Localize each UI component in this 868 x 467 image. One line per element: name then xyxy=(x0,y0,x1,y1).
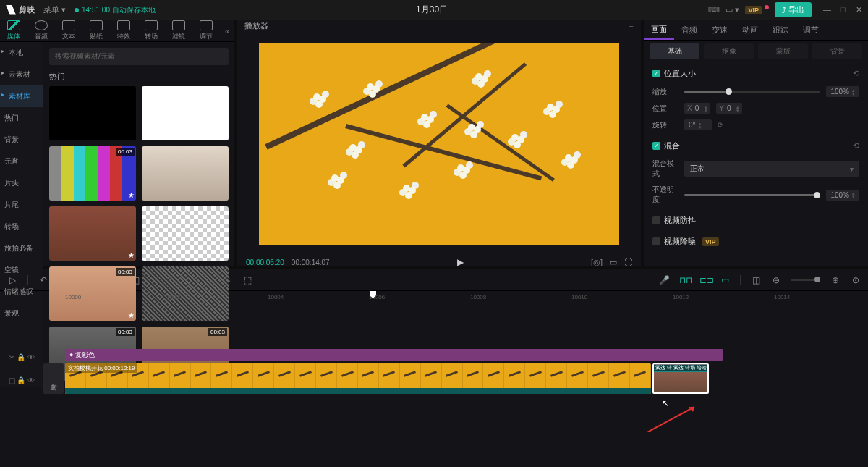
media-item[interactable] xyxy=(142,86,229,140)
opacity-slider[interactable] xyxy=(684,194,820,196)
close-button[interactable]: ✕ xyxy=(855,5,862,14)
zoom-fit-icon[interactable]: ⊙ xyxy=(851,275,861,285)
sidebar-item-library[interactable]: 素材库 xyxy=(0,85,43,107)
scale-value[interactable]: 100%▴▾ xyxy=(826,86,859,97)
timeline-tracks[interactable]: 1000010002100041000610008100101001210014… xyxy=(43,291,868,467)
media-item[interactable] xyxy=(49,86,136,140)
sidebar-item-festival[interactable]: 元宵 xyxy=(0,151,43,172)
sidebar-item-local[interactable]: 本地 xyxy=(0,42,43,64)
time-current: 00:00:06:20 xyxy=(246,258,284,266)
zoom-ratio-icon[interactable]: [◎] xyxy=(591,258,603,267)
preview-menu-icon[interactable]: ≡ xyxy=(629,22,634,30)
video-clip-1[interactable]: 实拍樱桃开花 00:00:12:19 xyxy=(65,363,651,394)
pos-x-input[interactable]: X0▴▾ xyxy=(684,103,710,114)
time-total: 00:00:14:07 xyxy=(292,258,330,266)
sidebar-item-travel[interactable]: 旅拍必备 xyxy=(0,237,43,259)
play-button[interactable]: ▶ xyxy=(457,257,464,267)
video-clip-2-selected[interactable]: 索达 转 索达 转场 给哈哈大笑 00 xyxy=(652,363,709,394)
sidebar-item-empty[interactable]: 空镜 xyxy=(0,259,43,281)
zoom-in-icon[interactable]: ⊕ xyxy=(830,275,841,285)
reset-possize-icon[interactable]: ⟲ xyxy=(853,69,859,78)
media-item[interactable] xyxy=(142,206,229,261)
mic-icon[interactable]: 🎤 xyxy=(659,275,669,285)
props-tab-audio[interactable]: 音频 xyxy=(674,20,705,40)
shortcut-icon[interactable]: ⌨ xyxy=(708,5,720,14)
tool-tabs: 媒体 音频 文本 贴纸 特效 转场 滤镜 调节 « xyxy=(0,20,234,42)
check-stabilize[interactable] xyxy=(652,216,660,224)
minimize-button[interactable]: — xyxy=(823,5,830,14)
app-logo: 剪映 xyxy=(6,4,35,15)
vip-badge[interactable]: VIP xyxy=(745,6,762,14)
menu-dropdown[interactable]: 菜单 ▾ xyxy=(43,4,66,15)
preview-title: 播放器 xyxy=(244,20,268,31)
media-item[interactable]: ★ xyxy=(49,206,136,261)
rotate-icon[interactable]: ⟳ xyxy=(718,121,723,129)
track-controls-adjust[interactable]: ✂ 🔒 👁 xyxy=(0,348,43,366)
maximize-button[interactable]: □ xyxy=(839,5,846,14)
check-blend[interactable]: ✓ xyxy=(652,142,660,150)
sidebar-item-cloud[interactable]: 云素材 xyxy=(0,64,43,85)
titlebar: 剪映 菜单 ▾ 14:51:00 自动保存本地 1月30日 ⌨ ▭ ▾ VIP … xyxy=(0,0,868,20)
section-label: 热门 xyxy=(49,71,229,82)
sidebar-item-bg[interactable]: 背景 xyxy=(0,129,43,151)
search-input[interactable]: 搜索视频素材/元素 xyxy=(49,48,229,65)
subtab-basic[interactable]: 基础 xyxy=(650,43,699,59)
sidebar-item-intro[interactable]: 片头 xyxy=(0,172,43,194)
props-tab-speed[interactable]: 变速 xyxy=(705,20,735,40)
magnet-icon[interactable]: ⊓⊓ xyxy=(679,275,689,285)
sidebar-item-emotion[interactable]: 情绪感叹 xyxy=(0,281,43,303)
sidebar-item-hot[interactable]: 热门 xyxy=(0,107,43,129)
tab-filter[interactable]: 滤镜 xyxy=(165,20,192,41)
timeline-panel: ▷ ↶ ↷ ]​[ ◫ ◫ ◉ ⚠ ⟲ ✂ ⬚ 🎤 ⊓⊓ ⊏⊐ ▭ ◫ ⊖ ⊕ … xyxy=(0,269,868,467)
cursor-icon: ↖ xyxy=(662,398,669,408)
props-tab-anim[interactable]: 动画 xyxy=(735,20,765,40)
props-tab-adjust[interactable]: 调节 xyxy=(796,20,826,40)
link-icon[interactable]: ⊏⊐ xyxy=(699,275,710,285)
tab-media[interactable]: 媒体 xyxy=(0,20,27,41)
subtab-mask[interactable]: 蒙版 xyxy=(758,43,808,59)
preview-viewport[interactable] xyxy=(259,43,619,245)
tab-adjust[interactable]: 调节 xyxy=(192,20,220,41)
tab-audio[interactable]: 音频 xyxy=(27,20,55,41)
props-tab-picture[interactable]: 画面 xyxy=(644,20,674,40)
original-ratio-icon[interactable]: ▭ xyxy=(610,258,617,267)
zoom-out-icon[interactable]: ⊖ xyxy=(771,275,781,285)
reset-blend-icon[interactable]: ⟲ xyxy=(853,141,859,151)
rotate-value[interactable]: 0°▴▾ xyxy=(684,119,712,130)
opacity-value[interactable]: 100%▴▾ xyxy=(826,190,859,201)
media-panel: 媒体 音频 文本 贴纸 特效 转场 滤镜 调节 « 本地 云素材 素材库 热门 … xyxy=(0,20,234,266)
preview-tl-icon[interactable]: ▭ xyxy=(720,275,730,285)
subtab-cutout[interactable]: 抠像 xyxy=(704,43,754,59)
check-possize[interactable]: ✓ xyxy=(652,70,660,77)
track-controls-video[interactable]: ◫ 🔒 👁 xyxy=(0,371,43,390)
export-button[interactable]: ⤴ 导出 xyxy=(775,2,812,17)
tab-text[interactable]: 文本 xyxy=(55,20,82,41)
media-item[interactable] xyxy=(142,146,229,201)
pos-y-input[interactable]: Y0▴▾ xyxy=(716,103,742,114)
preview-panel: 播放器 ≡ 00:00:06:20 00:00:14:07 ▶ [◎] ▭ ⛶ xyxy=(237,20,641,266)
blend-mode-dropdown[interactable]: 正常▾ xyxy=(684,161,859,177)
subtab-bg[interactable]: 背景 xyxy=(812,43,862,59)
tab-effect[interactable]: 特效 xyxy=(110,20,137,41)
sidebar-item-trans[interactable]: 转场 xyxy=(0,216,43,237)
playhead[interactable] xyxy=(373,291,373,467)
svg-marker-1 xyxy=(689,407,694,412)
tab-sticker[interactable]: 贴纸 xyxy=(82,20,110,41)
align-icon[interactable]: ◫ xyxy=(751,275,761,285)
collapse-panel-button[interactable]: « xyxy=(220,20,234,41)
props-tab-track[interactable]: 跟踪 xyxy=(765,20,796,40)
media-item[interactable]: 00:03★ xyxy=(49,146,136,201)
sidebar-item-outro[interactable]: 片尾 xyxy=(0,194,43,216)
check-denoise[interactable] xyxy=(652,237,660,245)
scale-slider[interactable] xyxy=(684,91,820,93)
zoom-slider[interactable] xyxy=(791,279,820,281)
tab-transition[interactable]: 转场 xyxy=(137,20,165,41)
annotation-arrow xyxy=(644,403,702,432)
cover-button[interactable]: 封面 xyxy=(43,363,64,394)
adjust-clip[interactable]: ● 复彩色 xyxy=(65,349,723,361)
fullscreen-icon[interactable]: ⛶ xyxy=(624,258,632,266)
layout-icon[interactable]: ▭ ▾ xyxy=(726,5,739,14)
sidebar-item-scene[interactable]: 景观 xyxy=(0,303,43,324)
record-icon[interactable]: ⬚ xyxy=(242,275,252,285)
time-ruler[interactable]: 1000010002100041000610008100101001210014… xyxy=(43,291,868,306)
